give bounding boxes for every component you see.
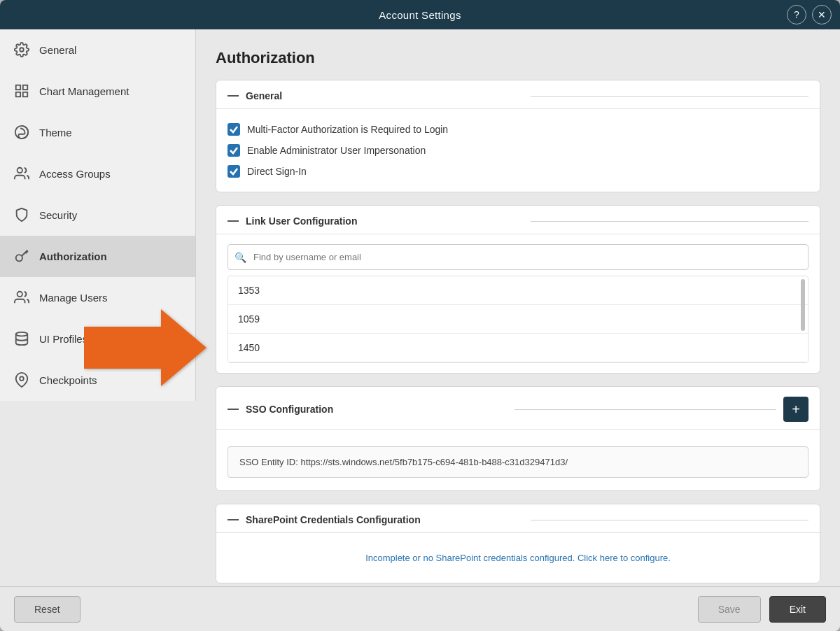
svg-rect-3 [16,92,20,97]
sso-section-body: SSO Entity ID: https://sts.windows.net/5… [216,430,820,490]
help-button[interactable]: ? [787,5,806,24]
link-user-section-body: 🔍 1353 1059 1450 [216,234,820,373]
sharepoint-section-title: SharePoint Credentials Configuration [246,514,524,525]
sidebar-item-general[interactable]: General [0,29,195,71]
list-item[interactable]: 1450 [228,334,808,362]
sso-section-header: SSO Configuration + [216,387,820,430]
svg-point-9 [16,332,28,336]
checkbox-impersonation-label: Enable Administrator User Impersonation [247,145,426,156]
manage-users-icon [14,290,29,305]
sidebar-item-security[interactable]: Security [0,194,195,236]
title-bar-actions: ? ✕ [787,5,832,24]
general-section-title: General [246,90,524,101]
shield-icon [14,207,29,222]
exit-button[interactable]: Exit [769,596,826,623]
palette-icon [14,125,29,140]
svg-rect-1 [16,85,20,90]
section-line-2 [531,221,808,222]
sidebar-checkpoints-label: Checkpoints [39,374,97,386]
search-input[interactable] [227,244,808,270]
account-settings-window: Account Settings ? ✕ General [0,0,840,631]
list-scrollbar[interactable] [801,279,805,331]
checkbox-mfa-box[interactable] [227,123,240,136]
sidebar-manage-users-label: Manage Users [39,292,108,304]
user-list: 1353 1059 1450 [227,276,808,363]
footer: Reset Save Exit [0,586,840,631]
chart-icon [14,83,29,99]
close-button[interactable]: ✕ [812,5,832,24]
sharepoint-configure-link[interactable]: Incomplete or no SharePoint credentials … [227,543,808,573]
main-content: General Chart Management [0,29,840,586]
key-icon [14,248,29,264]
ui-profiles-icon [14,331,29,346]
svg-point-8 [18,292,22,297]
sidebar-item-access-groups[interactable]: Access Groups [0,153,195,194]
sidebar-item-authorization[interactable]: Authorization [0,236,195,277]
window-title: Account Settings [379,9,461,21]
svg-point-6 [18,168,22,173]
access-groups-icon [14,166,29,181]
content-area: Authorization General Multi-Fa [196,29,840,586]
section-line-3 [514,409,776,410]
svg-rect-2 [23,85,27,90]
checkbox-direct-signin[interactable]: Direct Sign-In [227,161,808,182]
sidebar-item-checkpoints[interactable]: Checkpoints [0,360,195,401]
sidebar-wrapper: General Chart Management [0,29,196,586]
list-item[interactable]: 1353 [228,276,808,305]
sso-section-title: SSO Configuration [246,404,507,415]
sidebar: General Chart Management [0,29,196,401]
sidebar-chart-label: Chart Management [39,85,129,97]
title-bar: Account Settings ? ✕ [0,0,840,29]
svg-point-10 [20,376,24,381]
section-line [531,96,808,97]
section-dash [227,95,239,97]
link-user-section-header: Link User Configuration [216,206,820,234]
section-line-4 [531,520,808,520]
link-user-section-title: Link User Configuration [246,215,524,227]
general-section: General Multi-Factor Authorization is Re… [216,80,820,192]
sidebar-ui-profiles-label: UI Profiles [39,333,88,345]
sidebar-theme-label: Theme [39,127,72,139]
search-wrapper: 🔍 [227,244,808,270]
list-item[interactable]: 1059 [228,305,808,334]
sidebar-item-ui-profiles[interactable]: UI Profiles [0,318,195,360]
sidebar-item-theme[interactable]: Theme [0,112,195,153]
reset-button[interactable]: Reset [14,596,80,623]
checkbox-impersonation-box[interactable] [227,144,240,157]
sso-add-button[interactable]: + [783,397,808,422]
section-dash-3 [227,409,239,410]
sharepoint-section-header: SharePoint Credentials Configuration [216,504,820,533]
sidebar-item-chart-management[interactable]: Chart Management [0,71,195,112]
sharepoint-section: SharePoint Credentials Configuration Inc… [216,504,820,583]
checkbox-impersonation[interactable]: Enable Administrator User Impersonation [227,140,808,161]
sidebar-item-manage-users[interactable]: Manage Users [0,277,195,318]
link-user-section: Link User Configuration 🔍 1353 1059 1450 [216,205,820,374]
svg-point-0 [20,48,24,52]
sidebar-access-groups-label: Access Groups [39,168,111,180]
sidebar-security-label: Security [39,209,77,221]
checkbox-direct-signin-label: Direct Sign-In [247,166,307,177]
checkbox-direct-signin-box[interactable] [227,165,240,178]
general-section-body: Multi-Factor Authorization is Required t… [216,109,820,192]
checkbox-mfa[interactable]: Multi-Factor Authorization is Required t… [227,119,808,140]
general-section-header: General [216,80,820,109]
sso-section: SSO Configuration + SSO Entity ID: https… [216,386,820,491]
sidebar-general-label: General [39,44,76,56]
save-button[interactable]: Save [698,596,761,623]
location-icon [14,372,29,388]
sharepoint-section-body: Incomplete or no SharePoint credentials … [216,533,820,583]
search-icon: 🔍 [234,252,246,263]
section-dash-2 [227,220,239,222]
page-title: Authorization [216,49,820,67]
checkbox-mfa-label: Multi-Factor Authorization is Required t… [247,124,448,135]
sso-entity-id: SSO Entity ID: https://sts.windows.net/5… [227,446,808,478]
settings-icon [14,42,29,57]
sidebar-authorization-label: Authorization [39,250,107,262]
svg-rect-4 [23,92,27,97]
section-dash-4 [227,519,239,520]
